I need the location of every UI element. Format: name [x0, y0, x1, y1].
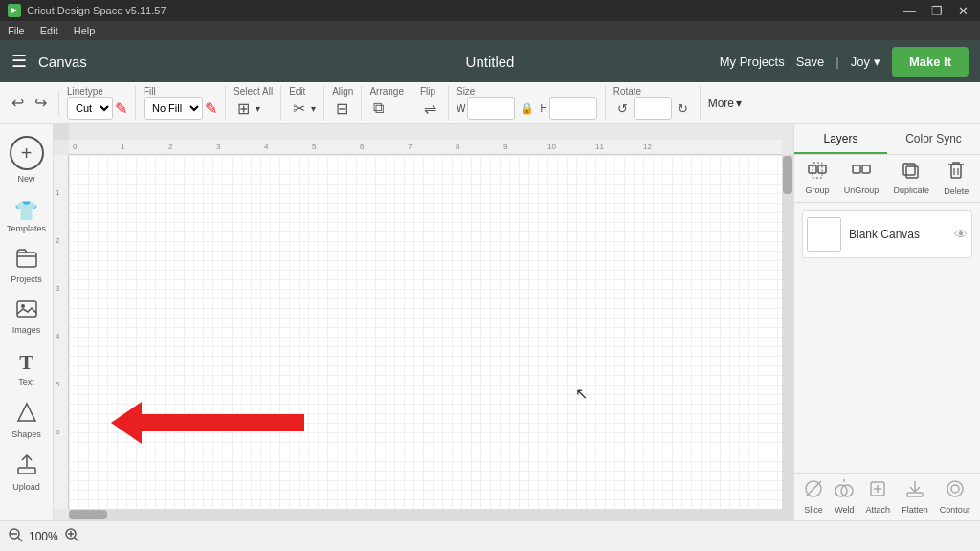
- new-circle-button[interactable]: +: [10, 136, 44, 170]
- duplicate-button[interactable]: Duplicate: [894, 162, 930, 195]
- size-h-input[interactable]: [549, 97, 597, 120]
- user-menu-button[interactable]: Joy ▾: [851, 55, 880, 69]
- upload-icon: [16, 454, 37, 480]
- app-icon: [8, 4, 21, 17]
- flip-button[interactable]: ⇌: [420, 97, 440, 121]
- tab-layers[interactable]: Layers: [794, 124, 887, 154]
- canvas-label: Canvas: [38, 54, 87, 70]
- flatten-label: Flatten: [902, 505, 928, 515]
- minimize-button[interactable]: —: [900, 4, 920, 18]
- scrollbar-v-thumb[interactable]: [783, 156, 792, 194]
- slice-button[interactable]: Slice: [804, 479, 823, 515]
- sidebar-projects-label: Projects: [11, 275, 42, 284]
- menu-file[interactable]: File: [8, 25, 25, 36]
- sidebar-item-shapes[interactable]: Shapes: [0, 394, 53, 447]
- flatten-button[interactable]: Flatten: [902, 479, 928, 515]
- arrange-button[interactable]: ⧉: [369, 97, 388, 120]
- duplicate-icon: [902, 162, 921, 184]
- size-group: Size W 🔒 H: [457, 86, 606, 120]
- sidebar-item-upload[interactable]: Upload: [0, 447, 53, 499]
- sidebar-new-label: New: [17, 174, 34, 184]
- contour-button[interactable]: Contour: [940, 479, 970, 515]
- contour-icon: [946, 479, 965, 503]
- maximize-button[interactable]: ❐: [927, 4, 947, 18]
- canvas-area[interactable]: 0 1 2 3 4 5 6 7 8 9 10 11 12 1 2 3 4 5 6: [54, 124, 793, 520]
- ungroup-label: UnGroup: [844, 186, 880, 195]
- delete-button[interactable]: Delete: [944, 161, 969, 196]
- rotate-cw-icon[interactable]: ↻: [674, 99, 692, 119]
- contour-label: Contour: [940, 505, 970, 515]
- panel-actions: Group UnGroup Duplicate Delete: [794, 155, 980, 203]
- group-button[interactable]: Group: [806, 162, 830, 195]
- red-arrow-annotation: [111, 402, 304, 444]
- rotate-input[interactable]: [634, 97, 672, 120]
- weld-button[interactable]: Weld: [835, 479, 854, 515]
- sidebar-item-new[interactable]: + New: [0, 128, 53, 191]
- select-all-section: Select All ⊞ ▾: [234, 86, 273, 121]
- more-button[interactable]: More ▾: [708, 97, 742, 110]
- slice-icon: [804, 479, 823, 503]
- sidebar-text-label: Text: [18, 377, 34, 386]
- attach-button[interactable]: Attach: [866, 479, 891, 515]
- attach-icon: [868, 479, 887, 503]
- svg-rect-22: [907, 493, 923, 496]
- arrange-label: Arrange: [369, 86, 404, 97]
- size-w-input[interactable]: [467, 97, 515, 120]
- project-title: Untitled: [466, 54, 515, 70]
- save-button[interactable]: Save: [796, 55, 825, 69]
- scrollbar-horizontal[interactable]: [69, 509, 782, 520]
- scrollbar-h-thumb[interactable]: [69, 510, 107, 519]
- menu-help[interactable]: Help: [74, 25, 96, 36]
- ungroup-button[interactable]: UnGroup: [844, 162, 880, 195]
- hamburger-icon[interactable]: ☰: [11, 51, 27, 72]
- ruler-horizontal: 0 1 2 3 4 5 6 7 8 9 10 11 12: [69, 140, 782, 155]
- zoom-in-button[interactable]: [64, 527, 79, 545]
- rotate-ccw-icon[interactable]: ↺: [613, 99, 632, 119]
- scrollbar-vertical[interactable]: [782, 155, 793, 509]
- right-panel: Layers Color Sync Group UnGroup D: [793, 124, 980, 520]
- align-button[interactable]: ⊟: [332, 97, 352, 121]
- select-all-button[interactable]: ⊞: [234, 97, 254, 121]
- my-projects-button[interactable]: My Projects: [720, 55, 785, 69]
- svg-rect-10: [906, 166, 918, 178]
- size-lock-icon[interactable]: 🔒: [517, 99, 538, 118]
- redo-button[interactable]: ↪: [31, 91, 51, 115]
- edit-button[interactable]: ✂: [289, 97, 309, 121]
- arrow-head: [111, 402, 142, 444]
- edit-section: Edit ✂ ▾: [289, 86, 316, 121]
- scroll-corner: [782, 509, 793, 520]
- tab-color-sync[interactable]: Color Sync: [887, 124, 980, 154]
- ruler-mark-4: 4: [264, 143, 268, 151]
- ungroup-icon: [852, 162, 871, 184]
- zoom-out-icon: [8, 527, 23, 542]
- sidebar-item-text[interactable]: T Text: [0, 342, 53, 394]
- svg-rect-0: [17, 253, 36, 267]
- close-button[interactable]: ✕: [954, 4, 972, 18]
- undo-redo-group: ↩ ↪: [8, 91, 59, 115]
- toolbar: ↩ ↪ Linetype Cut ✎ Fill No Fill ✎: [0, 82, 980, 124]
- ruler-mark-10: 10: [547, 143, 556, 151]
- title-bar: Cricut Design Space v5.11.57 — ❐ ✕: [0, 0, 980, 21]
- sidebar-images-label: Images: [12, 325, 41, 335]
- linetype-select[interactable]: Cut: [67, 97, 113, 120]
- sidebar-item-images[interactable]: Images: [0, 292, 53, 342]
- align-label: Align: [332, 86, 353, 97]
- delete-icon: [947, 161, 965, 185]
- zoom-out-button[interactable]: [8, 527, 23, 545]
- sidebar-item-projects[interactable]: Projects: [0, 241, 53, 292]
- plus-icon: +: [21, 143, 33, 163]
- zoom-in-icon: [64, 527, 79, 542]
- undo-button[interactable]: ↩: [8, 91, 28, 115]
- make-it-button[interactable]: Make It: [892, 47, 969, 77]
- fill-select[interactable]: No Fill: [144, 97, 203, 120]
- eye-icon[interactable]: 👁: [954, 227, 968, 242]
- panel-tabs: Layers Color Sync: [794, 124, 980, 155]
- sidebar-item-templates[interactable]: 👕 Templates: [0, 191, 53, 241]
- arrow-line: [142, 414, 304, 431]
- blank-canvas-item[interactable]: Blank Canvas 👁: [802, 210, 972, 258]
- fill-color-icon: ✎: [205, 99, 217, 118]
- select-all-label: Select All: [234, 86, 273, 97]
- svg-rect-12: [951, 165, 961, 178]
- panel-content: Blank Canvas 👁: [794, 203, 980, 473]
- menu-edit[interactable]: Edit: [40, 25, 58, 36]
